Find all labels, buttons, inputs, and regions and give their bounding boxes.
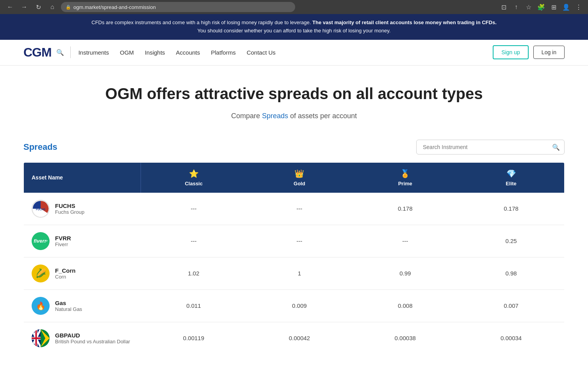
spreads-table: Asset Name ⭐ Classic 👑 Gold (23, 162, 565, 355)
search-input[interactable] (416, 140, 565, 154)
asset-cell-1: fiverrr FVRR Fiverr (24, 225, 141, 257)
classic-label: Classic (185, 181, 203, 186)
nav-contact[interactable]: Contact Us (247, 49, 276, 56)
asset-name-0: Fuchs Group (55, 209, 84, 215)
asset-info-3: Gas Natural Gas (55, 300, 82, 312)
classic-value-2: 1.02 (141, 257, 247, 289)
browser-actions: ⊡ ↑ ☆ 🧩 ⊞ 👤 ⋮ (499, 2, 583, 12)
nav-insights[interactable]: Insights (145, 49, 165, 56)
bookmark-button[interactable]: ☆ (524, 2, 533, 12)
prime-value-1: --- (352, 225, 458, 257)
classic-value-0: --- (141, 193, 247, 225)
login-button[interactable]: Log in (533, 46, 565, 59)
asset-logo (32, 329, 50, 347)
prime-value-4: 0.00038 (352, 322, 458, 354)
address-bar[interactable]: 🔒 ogm.market/spread-and-commission (61, 2, 295, 12)
gold-icon: 👑 (294, 169, 304, 178)
classic-value-1: --- (141, 225, 247, 257)
nav-links: Instruments OGM Insights Accounts Platfo… (78, 49, 493, 56)
forward-button[interactable]: → (19, 2, 30, 12)
lock-icon: 🔒 (66, 5, 71, 10)
account-button[interactable]: 👤 (561, 2, 571, 12)
table-row: FUCHS FUCHS Fuchs Group --- --- 0.178 0.… (24, 193, 565, 225)
fullscreen-button[interactable]: ⊞ (549, 2, 558, 12)
asset-code-3: Gas (55, 300, 82, 306)
asset-name-2: Corn (55, 274, 76, 280)
asset-logo: FUCHS (32, 200, 50, 218)
menu-button[interactable]: ⋮ (574, 2, 583, 12)
reload-button[interactable]: ↻ (33, 2, 44, 12)
asset-info-0: FUCHS Fuchs Group (55, 202, 84, 215)
subtitle-suffix: of assets per account (288, 112, 357, 120)
elite-value-1: 0.25 (458, 225, 564, 257)
asset-logo: 🌽 (32, 265, 50, 282)
nav-ogm[interactable]: OGM (120, 49, 134, 56)
logo[interactable]: CGM (23, 45, 52, 60)
asset-code-0: FUCHS (55, 202, 84, 209)
gold-value-3: 0.009 (246, 289, 352, 322)
col-gold: 👑 Gold (246, 162, 352, 193)
hero-title: OGM offers attractive spreads on all acc… (16, 85, 572, 103)
asset-cell-0: FUCHS FUCHS Fuchs Group (24, 193, 141, 225)
gold-value-1: --- (246, 225, 352, 257)
prime-icon: 🏅 (400, 169, 410, 178)
asset-cell-2: 🌽 F_Corn Corn (24, 257, 141, 289)
table-header-row: Spreads 🔍 (23, 140, 565, 154)
table-row: GBPAUD British Pound vs Australian Dolla… (24, 322, 565, 354)
nav-instruments[interactable]: Instruments (78, 49, 109, 56)
screenshot-button[interactable]: ⊡ (499, 2, 508, 12)
col-asset-name: Asset Name (24, 162, 141, 193)
elite-value-4: 0.00034 (458, 322, 564, 354)
spreads-title: Spreads (23, 142, 57, 152)
prime-value-2: 0.99 (352, 257, 458, 289)
elite-label: Elite (506, 181, 516, 186)
home-button[interactable]: ⌂ (47, 2, 58, 12)
search-icon: 🔍 (552, 143, 560, 151)
url-text: ogm.market/spread-and-commission (73, 4, 156, 10)
asset-name-4: British Pound vs Australian Dollar (55, 339, 130, 344)
nav-platforms[interactable]: Platforms (211, 49, 235, 56)
browser-chrome: ← → ↻ ⌂ 🔒 ogm.market/spread-and-commissi… (0, 0, 588, 14)
nav-divider (70, 46, 71, 58)
hero-subtitle: Compare Spreads of assets per account (16, 112, 572, 120)
gold-value-4: 0.00042 (246, 322, 352, 354)
signup-button[interactable]: Sign up (493, 45, 528, 59)
hero-section: OGM offers attractive spreads on all acc… (0, 66, 588, 128)
search-container: 🔍 (416, 140, 565, 154)
col-elite: 💎 Elite (458, 162, 564, 193)
navbar: CGM 🔍 Instruments OGM Insights Accounts … (0, 40, 588, 66)
elite-value-2: 0.98 (458, 257, 564, 289)
table-wrapper: Asset Name ⭐ Classic 👑 Gold (23, 162, 565, 355)
asset-name-1: Fiverr (55, 241, 71, 247)
extensions-button[interactable]: 🧩 (536, 2, 546, 12)
asset-info-1: FVRR Fiverr (55, 235, 71, 247)
warning-text2: The vast majority of retail client accou… (312, 20, 497, 25)
gold-value-0: --- (246, 193, 352, 225)
svg-text:FUCHS: FUCHS (36, 208, 45, 211)
classic-value-3: 0.011 (141, 289, 247, 322)
nav-actions: Sign up Log in (493, 45, 565, 59)
asset-cell-4: GBPAUD British Pound vs Australian Dolla… (24, 322, 141, 354)
table-row: fiverrr FVRR Fiverr --- --- --- 0.25 (24, 225, 565, 257)
table-row: 🌽 F_Corn Corn 1.02 1 0.99 0.98 (24, 257, 565, 289)
subtitle-prefix: Compare (231, 112, 262, 120)
table-row: 🔥 Gas Natural Gas 0.011 0.009 0.008 0.00… (24, 289, 565, 322)
warning-text3: You should consider whether you can affo… (198, 28, 391, 34)
logo-text: CGM (23, 45, 52, 60)
asset-logo: 🔥 (32, 297, 50, 315)
col-prime: 🏅 Prime (352, 162, 458, 193)
nav-search-icon[interactable]: 🔍 (56, 49, 64, 56)
nav-accounts[interactable]: Accounts (176, 49, 200, 56)
elite-icon: 💎 (506, 169, 516, 178)
subtitle-highlight: Spreads (262, 112, 288, 120)
asset-code-4: GBPAUD (55, 332, 130, 339)
share-button[interactable]: ↑ (511, 2, 521, 12)
col-classic: ⭐ Classic (141, 162, 247, 193)
asset-info-4: GBPAUD British Pound vs Australian Dolla… (55, 332, 130, 344)
warning-text1: CFDs are complex instruments and come wi… (91, 20, 311, 25)
back-button[interactable]: ← (5, 2, 16, 12)
asset-logo: fiverrr (32, 232, 50, 250)
prime-value-0: 0.178 (352, 193, 458, 225)
asset-code-1: FVRR (55, 235, 71, 241)
asset-cell-3: 🔥 Gas Natural Gas (24, 289, 141, 322)
